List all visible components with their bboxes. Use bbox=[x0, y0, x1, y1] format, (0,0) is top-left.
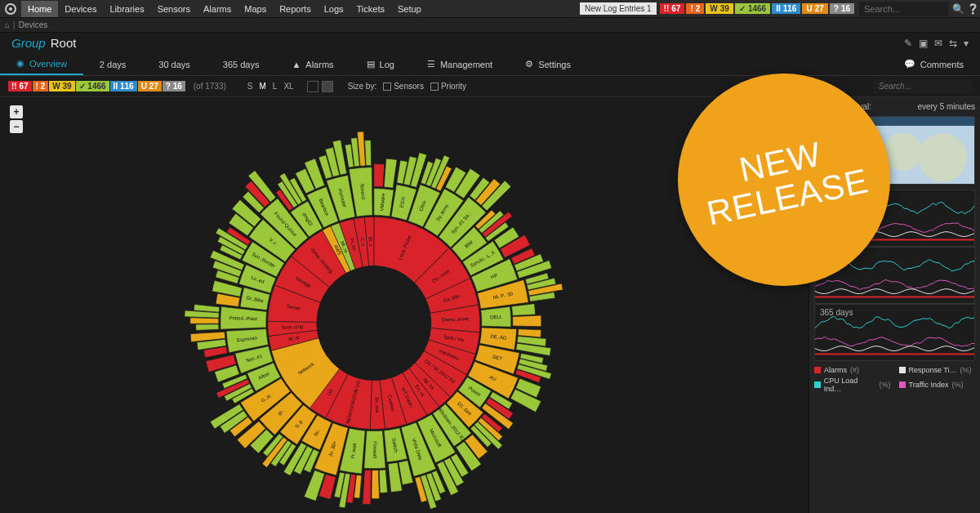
interval-value: every 5 minutes bbox=[917, 102, 975, 111]
edit-icon[interactable]: ✎ bbox=[904, 38, 912, 49]
tab-log[interactable]: ▤Log bbox=[350, 53, 411, 75]
tab-alarms[interactable]: ▲Alarms bbox=[275, 53, 350, 75]
filter-chip[interactable]: ! 2 bbox=[33, 81, 49, 91]
status-pill[interactable]: U27 bbox=[802, 3, 827, 14]
tab-30-days[interactable]: 30 days bbox=[142, 53, 207, 75]
zoom-out-button[interactable]: − bbox=[10, 120, 23, 133]
page-title: Root bbox=[51, 36, 77, 50]
sizeby-priority-checkbox[interactable]: Priority bbox=[430, 82, 466, 91]
breadcrumb: ⌂ | Devices bbox=[0, 18, 980, 33]
map-pin[interactable] bbox=[912, 144, 920, 152]
global-search-input[interactable] bbox=[859, 2, 949, 16]
top-nav: HomeDevicesLibrariesSensorsAlarmsMapsRep… bbox=[0, 0, 980, 18]
size-s-button[interactable]: S bbox=[244, 80, 256, 92]
filter-chip[interactable]: ✓ 1466 bbox=[76, 81, 109, 91]
new-log-entries-button[interactable]: New Log Entries 1 bbox=[580, 2, 657, 15]
tab-management[interactable]: ☰Management bbox=[411, 53, 509, 75]
map-label-europe: EUROPE bbox=[918, 138, 946, 145]
svg-text:Sn..are: Sn..are bbox=[374, 397, 380, 413]
mail-icon[interactable]: ✉ bbox=[934, 38, 942, 49]
status-pill[interactable]: W39 bbox=[706, 3, 733, 14]
status-pill[interactable]: ?16 bbox=[830, 3, 854, 14]
size-xl-button[interactable]: XL bbox=[280, 80, 296, 92]
svg-point-66 bbox=[317, 266, 431, 381]
size-by-label: Size by: bbox=[348, 82, 377, 91]
size-m-button[interactable]: M bbox=[256, 80, 269, 92]
legend-item: Alarms(#) bbox=[814, 366, 891, 374]
legend-item: Response Ti…(%) bbox=[899, 366, 976, 374]
tab-bar: ◉Overview2 days30 days365 days▲Alarms▤Lo… bbox=[0, 53, 980, 76]
filter-chip[interactable]: II 116 bbox=[110, 81, 137, 91]
menu-icon[interactable]: ▾ bbox=[964, 38, 969, 49]
status-pills: !!67!2W39✓1466II116U27?16 bbox=[660, 3, 854, 14]
share-icon[interactable]: ⇆ bbox=[949, 38, 957, 49]
svg-text:Firewall: Firewall bbox=[372, 441, 377, 458]
size-buttons: SMLXL bbox=[244, 82, 297, 91]
status-pill[interactable]: II116 bbox=[772, 3, 800, 14]
help-icon[interactable]: ❔ bbox=[965, 3, 980, 15]
svg-text:Potted..Plant: Potted..Plant bbox=[229, 315, 258, 321]
sensor-total: (of 1733) bbox=[194, 82, 226, 91]
zoom-control: + − bbox=[10, 105, 23, 135]
nav-item-devices[interactable]: Devices bbox=[58, 1, 103, 17]
svg-text:DELL: DELL bbox=[490, 314, 503, 320]
nav-item-maps[interactable]: Maps bbox=[238, 1, 273, 17]
brand-logo bbox=[3, 2, 18, 16]
filter-search-input[interactable] bbox=[874, 79, 972, 93]
size-by-group: Size by: Sensors Priority bbox=[348, 82, 466, 91]
tab-365-days[interactable]: 365 days bbox=[207, 53, 276, 75]
legend-item: Traffic Index(%) bbox=[899, 377, 976, 393]
filter-chip[interactable]: ? 16 bbox=[163, 81, 185, 91]
crumb-current[interactable]: Devices bbox=[19, 20, 48, 29]
size-l-button[interactable]: L bbox=[270, 80, 281, 92]
svg-point-1 bbox=[9, 7, 12, 11]
view-list-icon[interactable] bbox=[307, 81, 318, 92]
tab-settings[interactable]: ⚙Settings bbox=[509, 53, 587, 75]
nav-item-setup[interactable]: Setup bbox=[391, 1, 428, 17]
side-chart-365-days[interactable]: 365 days bbox=[814, 304, 975, 361]
group-label: Group bbox=[11, 36, 46, 50]
view-switcher bbox=[307, 81, 333, 92]
tab-2-days[interactable]: 2 days bbox=[83, 53, 142, 75]
filter-chip[interactable]: !! 67 bbox=[8, 81, 32, 91]
search-icon[interactable]: 🔍 bbox=[951, 3, 965, 15]
status-pill[interactable]: !!67 bbox=[660, 3, 685, 14]
home-crumb-icon[interactable]: ⌂ bbox=[5, 20, 10, 29]
nav-menu: HomeDevicesLibrariesSensorsAlarmsMapsRep… bbox=[21, 1, 428, 17]
nav-item-home[interactable]: Home bbox=[21, 1, 58, 17]
nav-item-reports[interactable]: Reports bbox=[273, 1, 318, 17]
svg-text:St..e: St..e bbox=[368, 236, 374, 247]
sunburst-chart[interactable]: Loca..ProbeClo..JoseDa..BlinDemo..erverI… bbox=[121, 103, 627, 513]
status-pill[interactable]: ✓1466 bbox=[735, 3, 770, 14]
tab-comments[interactable]: 💬Comments bbox=[888, 53, 980, 75]
sizeby-sensors-checkbox[interactable]: Sensors bbox=[383, 82, 424, 91]
status-chips: !! 67! 2W 39✓ 1466II 116U 27? 16 bbox=[8, 81, 185, 91]
tab-overview[interactable]: ◉Overview bbox=[0, 53, 83, 75]
legend-item: CPU Load Ind…(%) bbox=[814, 377, 891, 393]
view-sunburst-icon[interactable] bbox=[322, 81, 333, 92]
nav-item-libraries[interactable]: Libraries bbox=[103, 1, 150, 17]
filter-chip[interactable]: U 27 bbox=[138, 81, 162, 91]
title-bar: Group Root ✎ ▣ ✉ ⇆ ▾ bbox=[0, 33, 980, 53]
nav-item-alarms[interactable]: Alarms bbox=[197, 1, 238, 17]
filter-chip[interactable]: W 39 bbox=[49, 81, 74, 91]
nav-item-sensors[interactable]: Sensors bbox=[151, 1, 197, 17]
status-pill[interactable]: !2 bbox=[686, 3, 704, 14]
chart-legend: Alarms(#)Response Ti…(%)CPU Load Ind…(%)… bbox=[814, 366, 975, 393]
nav-item-tickets[interactable]: Tickets bbox=[350, 1, 391, 17]
zoom-in-button[interactable]: + bbox=[10, 105, 23, 118]
refresh-icon[interactable]: ▣ bbox=[919, 38, 928, 49]
nav-item-logs[interactable]: Logs bbox=[318, 1, 350, 17]
